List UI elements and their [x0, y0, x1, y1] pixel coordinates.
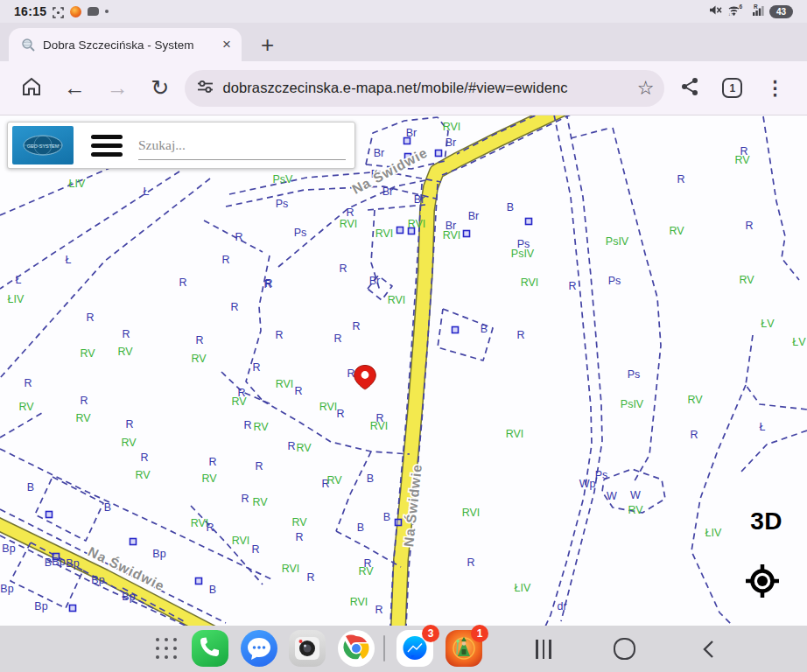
tab-close-icon[interactable]: ×	[221, 36, 233, 53]
land-use-label: RVI	[506, 428, 524, 440]
tab-switcher-button[interactable]: 1	[711, 78, 754, 98]
status-bar: 16:15 6↓↑ R 43	[0, 0, 807, 23]
locate-me-button[interactable]	[745, 564, 780, 598]
land-use-label: R	[140, 452, 148, 464]
bookmark-star-icon[interactable]: ☆	[637, 77, 655, 100]
land-use-label: Ł	[16, 274, 22, 286]
back-button[interactable]: ←	[53, 77, 96, 99]
url-bar[interactable]: dobraszczecinska.e-mapa.net/mobile/#view…	[185, 70, 664, 107]
land-use-label: B	[367, 472, 374, 485]
parcel-boundary	[740, 430, 807, 472]
land-use-label: ŁIV	[69, 178, 86, 190]
land-use-label: R	[275, 329, 283, 341]
toggle-3d-button[interactable]: 3D	[750, 508, 782, 536]
land-use-label: RV	[18, 401, 34, 413]
browser-tab[interactable]: Dobra Szczecińska - System ×	[9, 28, 242, 61]
land-use-label: R	[294, 385, 302, 397]
land-use-label: RV	[734, 154, 750, 166]
land-use-label: RV	[739, 274, 754, 286]
land-use-label: PsV	[273, 173, 294, 186]
land-use-label: RV	[121, 437, 137, 449]
land-use-label: R	[179, 276, 186, 289]
location-marker-pin[interactable]	[354, 366, 376, 390]
parcel-boundary	[204, 220, 263, 252]
land-use-label: Bp	[34, 600, 47, 612]
browser-menu-button[interactable]: ⋮	[754, 79, 796, 98]
phone-app-icon[interactable]	[192, 630, 228, 667]
map-viewport[interactable]: BrRVIBrBrBrBrBrBBrBrRVIRVIRVIPsPsIVRVIPs…	[0, 116, 807, 626]
land-use-label: RV	[80, 347, 95, 360]
land-use-label: PsIV	[606, 235, 629, 248]
land-use-label: Br	[382, 186, 394, 198]
building-marker	[436, 150, 442, 157]
chrome-app-icon[interactable]	[338, 630, 375, 667]
url-text[interactable]: dobraszczecinska.e-mapa.net/mobile/#view…	[222, 80, 631, 96]
nav-recents-button[interactable]	[517, 626, 570, 672]
land-use-label: R	[295, 531, 303, 543]
parcel-boundary	[545, 116, 592, 626]
parcel-boundary	[35, 477, 103, 541]
building-marker	[46, 512, 53, 518]
camera-app-icon[interactable]	[289, 630, 326, 667]
land-use-label: R	[339, 262, 347, 275]
menu-hamburger-button[interactable]	[91, 130, 123, 161]
new-tab-button[interactable]: +	[261, 28, 274, 61]
land-use-label: R	[206, 522, 214, 534]
land-use-label: W	[607, 490, 617, 502]
nav-back-button[interactable]	[683, 626, 735, 672]
land-use-label: RVI	[521, 276, 539, 289]
land-use-label: Bp	[0, 583, 13, 595]
land-use-label: Bp	[66, 557, 79, 570]
share-button[interactable]	[668, 76, 711, 101]
game-badge: 1	[471, 625, 488, 642]
crosshair-icon	[745, 564, 780, 598]
wifi-icon: 6↓↑	[727, 4, 744, 19]
land-use-label: ŁIV	[705, 527, 722, 539]
nav-home-button[interactable]	[598, 626, 650, 672]
land-use-label: R	[221, 254, 229, 266]
land-use-label: Br	[369, 275, 381, 287]
parcel-boundary	[0, 172, 179, 289]
land-use-label: R	[235, 231, 242, 243]
messages-app-icon[interactable]	[241, 630, 277, 667]
land-use-label: R	[122, 328, 130, 340]
cellular-signal-icon: R	[749, 4, 764, 19]
land-use-label: Ps	[294, 227, 307, 239]
land-use-label: R	[251, 543, 259, 556]
svg-text:↓↑: ↓↑	[728, 11, 733, 17]
land-use-label: Ps	[276, 198, 289, 210]
cadastral-map[interactable]: BrRVIBrBrBrBrBrBBrBrRVIRVIRVIPsPsIVRVIPs…	[0, 116, 807, 626]
building-marker	[464, 231, 470, 237]
land-use-label: Ł	[760, 421, 766, 433]
tab-title: Dobra Szczecińska - System	[43, 38, 221, 52]
messenger-app-icon[interactable]: 3	[396, 630, 433, 667]
land-use-label: B	[383, 511, 390, 523]
land-use-label: R	[346, 206, 354, 219]
land-use-label: R	[243, 419, 251, 431]
building-marker	[70, 606, 76, 612]
land-use-label: RVI	[443, 121, 461, 133]
dock-divider	[383, 635, 385, 662]
land-use-label: RVI	[319, 401, 338, 413]
land-use-label: RV	[253, 421, 269, 433]
parcel-boundary	[0, 413, 42, 438]
land-use-label: Br	[374, 147, 385, 159]
parcel-boundary	[226, 186, 436, 206]
search-input[interactable]	[138, 130, 346, 160]
game-app-icon[interactable]: 1	[446, 630, 482, 667]
land-use-label: R	[80, 395, 88, 407]
tab-favicon-icon	[21, 38, 35, 52]
site-settings-icon[interactable]	[197, 80, 214, 97]
road	[398, 116, 567, 626]
messenger-badge: 3	[422, 625, 439, 642]
parcel-boundary	[691, 385, 746, 626]
land-use-label: RVI	[375, 228, 394, 240]
home-button[interactable]	[11, 75, 53, 102]
geoportal-logo[interactable]: GEO-SYSTEM	[12, 126, 74, 164]
reload-button[interactable]: ↻	[139, 77, 182, 99]
browser-toolbar: ← → ↻ dobraszczecinska.e-mapa.net/mobile…	[0, 61, 807, 116]
land-use-label: RVI	[350, 596, 368, 608]
building-marker	[397, 228, 404, 234]
land-use-label: R	[568, 280, 576, 292]
app-drawer-button[interactable]	[156, 638, 179, 661]
